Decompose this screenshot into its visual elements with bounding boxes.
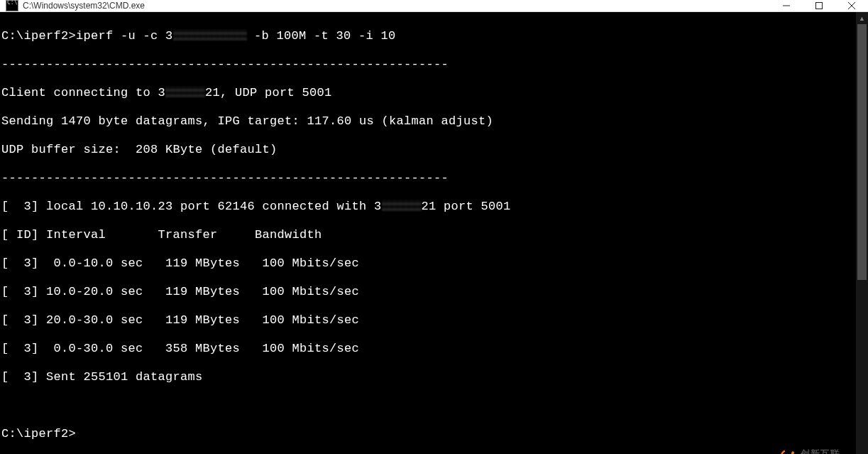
scroll-track[interactable]	[856, 24, 868, 454]
table-row: [ 3] 0.0-10.0 sec 119 MBytes 100 Mbits/s…	[0, 256, 856, 271]
watermark-zh: 创新互联	[801, 449, 859, 454]
vertical-scrollbar[interactable]: ▲ ▼	[856, 12, 868, 454]
local-connected-line: [ 3] local 10.10.10.23 port 62146 connec…	[0, 200, 856, 214]
svg-rect-1	[816, 3, 823, 9]
table-row: [ 3] 0.0-30.0 sec 358 MBytes 100 Mbits/s…	[0, 342, 856, 356]
prompt-line: C:\iperf2>	[0, 427, 856, 441]
blank-line	[0, 399, 856, 413]
divider-line: ----------------------------------------…	[0, 58, 856, 72]
watermark-text: 创新互联 CHUANG XIN HU LIAN	[801, 449, 859, 454]
terminal[interactable]: C:\iperf2>iperf -u -c 3 -b 100M -t 30 -i…	[0, 12, 856, 454]
table-row: [ 3] 20.0-30.0 sec 119 MBytes 100 Mbits/…	[0, 313, 856, 328]
titlebar[interactable]: C:\Windows\system32\CMD.exe	[0, 0, 868, 12]
divider-line: ----------------------------------------…	[0, 171, 856, 185]
udp-buffer-line: UDP buffer size: 208 KByte (default)	[0, 143, 856, 157]
censored-ip-icon	[165, 86, 205, 97]
prompt: C:\iperf2>	[1, 29, 76, 43]
scroll-up-icon[interactable]: ▲	[856, 12, 868, 24]
censored-ip-icon	[173, 29, 247, 40]
sent-line: [ 3] Sent 255101 datagrams	[0, 370, 856, 384]
terminal-area: C:\iperf2>iperf -u -c 3 -b 100M -t 30 -i…	[0, 12, 868, 454]
prompt-line: C:\iperf2>iperf -u -c 3 -b 100M -t 30 -i…	[0, 29, 856, 43]
close-icon	[848, 2, 855, 9]
table-row: [ 3] 10.0-20.0 sec 119 MBytes 100 Mbits/…	[0, 285, 856, 299]
maximize-button[interactable]	[803, 0, 835, 11]
watermark-logo-icon	[778, 447, 796, 454]
table-header: [ ID] Interval Transfer Bandwidth	[0, 228, 856, 242]
sending-line: Sending 1470 byte datagrams, IPG target:…	[0, 114, 856, 129]
maximize-icon	[815, 2, 823, 9]
window-title: C:\Windows\system32\CMD.exe	[23, 1, 145, 11]
censored-ip-icon	[382, 200, 422, 211]
svg-point-5	[792, 451, 795, 454]
cmd-window: C:\Windows\system32\CMD.exe C:\iperf2>ip…	[0, 0, 868, 454]
command-part-2: -b 100M -t 30 -i 10	[247, 29, 396, 43]
command-part-1: iperf -u -c 3	[76, 29, 173, 43]
cmd-icon	[6, 0, 18, 11]
window-controls	[770, 0, 868, 11]
minimize-icon	[783, 2, 790, 9]
watermark: 创新互联 CHUANG XIN HU LIAN	[778, 447, 859, 454]
scroll-thumb[interactable]	[857, 24, 867, 280]
minimize-button[interactable]	[770, 0, 803, 11]
client-connect-line: Client connecting to 321, UDP port 5001	[0, 86, 856, 100]
close-button[interactable]	[835, 0, 868, 11]
